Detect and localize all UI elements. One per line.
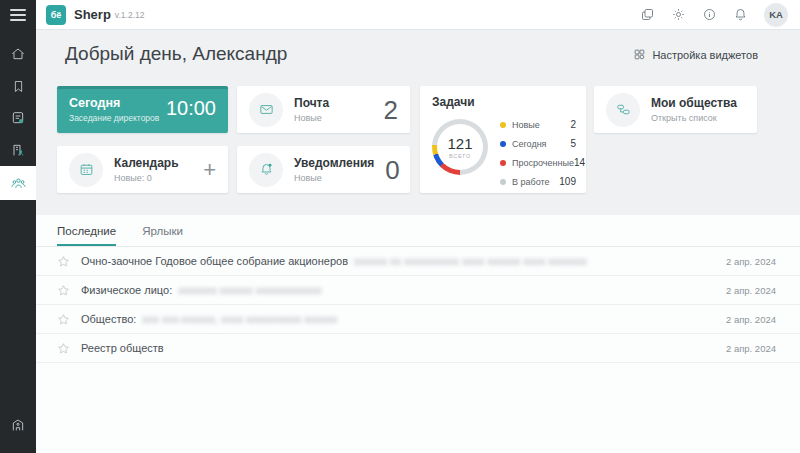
info-icon[interactable] [702,7,717,22]
legend-dot-new [500,122,506,128]
mail-icon-circle [249,93,283,127]
star-icon[interactable] [57,284,70,297]
main-content: Добрый день, Александр Настройка виджето… [36,30,800,453]
sherp-logo[interactable]: бё [46,5,66,25]
legend-item-new[interactable]: Новые 2 [500,115,576,134]
list-item-text: Физическое лицо: [81,284,172,296]
sidebar [0,0,36,453]
widget-mail[interactable]: Почта Новые 2 [237,86,410,133]
legend-dot-inprogress [500,179,506,185]
legend-item-overdue[interactable]: Просроченные 14 [500,153,576,172]
mail-count: 2 [384,97,398,123]
list-item-date: 2 апр. 2024 [726,343,776,354]
sidebar-item-bookmarks[interactable] [0,70,36,102]
page-title: Добрый день, Александр [65,43,287,65]
mail-subtitle: Новые [294,113,329,123]
calendar-subtitle: Новые: 0 [114,173,179,183]
app-version: v.1.2.12 [115,10,145,20]
bookmark-icon [11,79,26,94]
tabs: Последние Ярлыки [36,215,800,247]
gear-icon[interactable] [671,7,686,22]
companies-title: Мои общества [651,96,737,110]
tab-shortcuts[interactable]: Ярлыки [142,225,183,246]
star-icon[interactable] [57,313,70,326]
widget-notifications[interactable]: Уведомления Новые 0 [237,146,410,193]
notifications-subtitle: Новые [294,173,374,183]
legend-item-inprogress[interactable]: В работе 109 [500,172,576,191]
list-item-text: Общество: [81,313,136,325]
tasks-total-label: всего [449,153,471,159]
user-avatar[interactable]: KA [764,3,788,27]
widgets-grid: Сегодня Заседание директоров 10:00 Почта… [57,86,779,196]
sidebar-nav [0,38,36,200]
legend-label: В работе [512,177,550,187]
legend-value: 14 [574,157,585,168]
calendar-title: Календарь [114,156,179,170]
star-icon[interactable] [57,255,70,268]
legend-label: Просроченные [512,158,574,168]
tasks-total: 121 [447,136,472,151]
legend-label: Сегодня [512,139,547,149]
list-item[interactable]: Физическое лицо: xxxxxxx xxxxxx xxxxxxxx… [36,276,800,305]
building-person-icon [10,142,26,158]
mail-title: Почта [294,96,329,110]
legend-dot-overdue [500,160,506,166]
menu-hamburger-icon[interactable] [10,9,26,21]
redacted-text: xxxxxx xx xxxxxxxxxx xxxx xxxxxx xxxx xx… [354,255,587,267]
tasks-donut-chart: 121 всего [432,119,488,175]
recent-list: Очно-заочное Годовое общее собрание акци… [36,247,800,363]
document-tasks-icon [10,110,26,126]
redacted-text: xxx xxx-xxxxxx, xxxx xxxxxxxxxx xxxxxx [142,313,337,325]
widget-settings-label: Настройка виджетов [652,49,758,61]
redacted-text: xxxxxxx xxxxxx xxxxxxxxxxxx [178,284,322,296]
legend-value: 109 [559,176,576,187]
calendar-icon-circle [69,153,103,187]
bell-icon[interactable] [733,7,748,22]
list-item[interactable]: Очно-заочное Годовое общее собрание акци… [36,247,800,276]
building-gear-icon [10,417,26,433]
notifications-icon-circle [249,153,283,187]
envelope-icon [258,101,275,118]
list-item-text: Реестр обществ [81,342,164,354]
today-time: 10:00 [166,97,216,120]
notifications-title: Уведомления [294,156,374,170]
list-item[interactable]: Общество: xxx xxx-xxxxxx, xxxx xxxxxxxxx… [36,305,800,334]
list-item-date: 2 апр. 2024 [726,256,776,267]
sidebar-item-documents[interactable] [0,102,36,134]
companies-icon-circle [606,93,640,127]
legend-dot-today [500,141,506,147]
widgets-icon [633,48,646,61]
legend-item-today[interactable]: Сегодня 5 [500,134,576,153]
widget-today[interactable]: Сегодня Заседание директоров 10:00 [57,86,228,133]
app-name: Sherp [74,7,111,22]
tasks-title: Задачи [432,95,574,109]
tasks-legend: Новые 2 Сегодня 5 Просроченные 14 В рабо… [500,115,576,191]
widget-settings-button[interactable]: Настройка виджетов [633,48,758,61]
windows-copy-icon[interactable] [640,7,655,22]
notifications-count: 0 [385,157,399,183]
calendar-add-button[interactable]: + [203,159,216,181]
widget-companies[interactable]: Мои общества Открыть список [594,86,757,133]
widget-tasks[interactable]: Задачи 121 всего Новые 2 Сегодня [420,86,586,193]
donut-ring: 121 всего [432,119,488,175]
tab-recent[interactable]: Последние [57,225,116,246]
home-icon [10,46,26,62]
list-item-date: 2 апр. 2024 [726,314,776,325]
companies-subtitle[interactable]: Открыть список [651,113,737,123]
legend-value: 5 [570,138,576,149]
list-item-text: Очно-заочное Годовое общее собрание акци… [81,255,348,267]
widget-calendar[interactable]: Календарь Новые: 0 + [57,146,228,193]
legend-value: 2 [570,119,576,130]
people-group-icon [10,175,27,192]
sidebar-item-contacts[interactable] [0,134,36,166]
recent-panel: Последние Ярлыки Очно-заочное Годовое об… [36,215,800,453]
sidebar-item-groups[interactable] [0,166,36,200]
header: бё Sherp v.1.2.12 KA [36,0,800,30]
list-item[interactable]: Реестр обществ 2 апр. 2024 [36,334,800,363]
bell-teal-icon [258,161,275,178]
sidebar-item-home[interactable] [0,38,36,70]
legend-label: Новые [512,120,540,130]
star-icon[interactable] [57,342,70,355]
sidebar-item-admin[interactable] [0,409,36,441]
header-actions: KA [640,3,800,27]
